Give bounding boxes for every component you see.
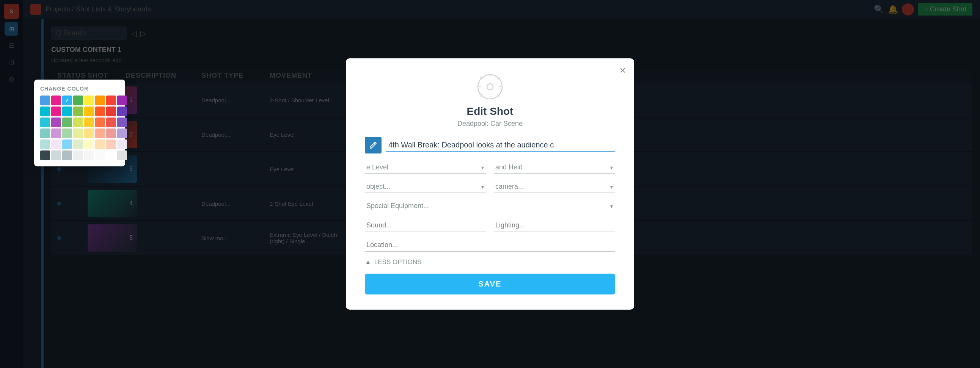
color-cell[interactable] [117,106,127,116]
color-cell[interactable] [95,128,105,138]
color-cell[interactable] [95,151,105,160]
color-cell[interactable] [73,128,83,138]
less-options-row[interactable]: ▲ LESS OPTIONS [365,259,615,266]
less-options-icon: ▲ [365,259,371,266]
shot-desc-row [365,137,615,154]
pen-icon [369,141,377,149]
color-cell[interactable] [95,140,105,149]
movement-select[interactable]: and Held [494,161,615,174]
color-cell[interactable] [73,140,83,149]
sound-input[interactable] [365,219,486,232]
modal-subtitle: Deadpool: Car Scene [457,120,523,128]
color-cell[interactable] [51,128,61,138]
color-picker-title: CHANGE COLOR [40,86,119,92]
color-cell[interactable] [51,95,61,105]
color-cell[interactable] [106,128,116,138]
color-cell[interactable] [62,140,72,149]
color-cell[interactable] [117,117,127,127]
color-cell[interactable] [51,106,61,116]
color-cell[interactable] [62,106,72,116]
svg-line-10 [374,143,375,144]
color-cell[interactable] [73,95,83,105]
less-options-label: LESS OPTIONS [374,259,422,266]
color-cell[interactable] [73,117,83,127]
color-cell[interactable] [106,106,116,116]
color-cell[interactable] [51,151,61,160]
color-cell[interactable] [106,151,116,160]
camera-icon [477,73,503,100]
color-cell[interactable] [84,140,94,149]
modal-close-button[interactable]: × [620,65,626,76]
equipment-row: Special Equipment... [365,200,615,212]
color-cell[interactable] [40,106,50,116]
location-input[interactable] [365,239,615,252]
location-row [365,239,615,252]
color-cell[interactable] [73,151,83,160]
color-cell[interactable] [40,128,50,138]
color-picker-popup: CHANGE COLOR [34,79,125,167]
color-cell[interactable] [84,117,94,127]
equipment-select[interactable]: Special Equipment... [365,200,615,212]
angle-select-wrapper: e Level [365,161,486,174]
color-cell[interactable] [62,117,72,127]
color-cell[interactable] [62,151,72,160]
focus-camera-row: object... camera... [365,181,615,193]
color-cell[interactable] [51,140,61,149]
movement-select-wrapper: and Held [494,161,615,174]
color-cell[interactable] [40,95,50,105]
color-cell[interactable] [95,117,105,127]
color-cell[interactable] [84,128,94,138]
focus-select-wrapper: object... [365,181,486,193]
color-cell[interactable] [117,95,127,105]
color-cell[interactable] [73,106,83,116]
focus-select[interactable]: object... [365,181,486,193]
lighting-input[interactable] [494,219,615,232]
edit-shot-modal: × Edit Shot Deadpool: Car Scene [346,59,634,309]
shot-text-input[interactable] [386,139,615,152]
color-cell[interactable] [40,117,50,127]
color-cell[interactable] [106,95,116,105]
color-cell[interactable] [117,140,127,149]
equipment-select-wrapper: Special Equipment... [365,200,615,212]
color-cell[interactable] [106,140,116,149]
modal-overlay: × Edit Shot Deadpool: Car Scene [0,0,980,368]
color-cell[interactable] [117,128,127,138]
svg-point-9 [487,84,493,90]
color-cell[interactable] [117,151,127,160]
camera-select-wrapper: camera... [494,181,615,193]
color-cell[interactable] [62,95,72,105]
angle-select[interactable]: e Level [365,161,486,174]
color-cell[interactable] [84,95,94,105]
color-cell[interactable] [106,117,116,127]
color-cell[interactable] [84,151,94,160]
color-cell[interactable] [51,117,61,127]
color-grid [40,95,119,160]
color-cell[interactable] [84,106,94,116]
shot-angle-movement-row: e Level and Held [365,161,615,174]
color-cell[interactable] [40,151,50,160]
color-cell[interactable] [40,140,50,149]
save-button[interactable]: SAVE [365,274,615,295]
color-cell[interactable] [62,128,72,138]
color-cell[interactable] [95,95,105,105]
color-swatch[interactable] [365,137,382,154]
camera-select[interactable]: camera... [494,181,615,193]
color-cell[interactable] [95,106,105,116]
modal-title: Edit Shot [467,105,514,117]
sound-lighting-row [365,219,615,232]
